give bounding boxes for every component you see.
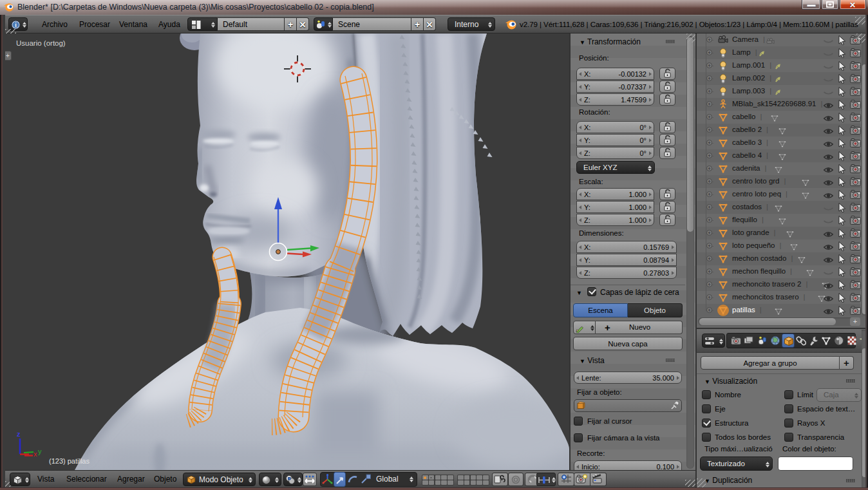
svg-text:i: i bbox=[15, 22, 17, 28]
svg-text:x: x bbox=[33, 450, 37, 458]
svg-text:z: z bbox=[17, 430, 21, 438]
svg-text:y: y bbox=[38, 448, 42, 455]
